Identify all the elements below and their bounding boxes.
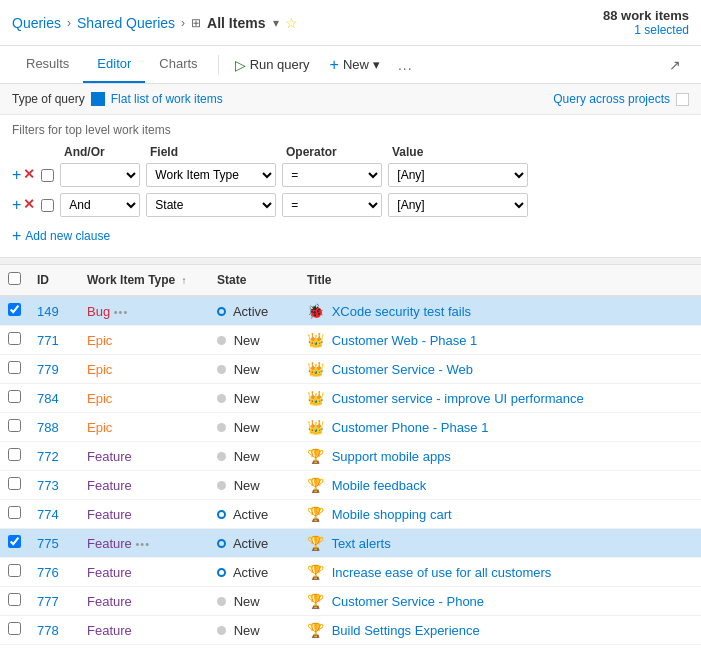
row-id[interactable]: 149 bbox=[29, 296, 79, 326]
row-title-link[interactable]: Customer Web - Phase 1 bbox=[332, 333, 478, 348]
row-id[interactable]: 777 bbox=[29, 587, 79, 616]
filter-row-1-operator-select[interactable]: = bbox=[282, 163, 382, 187]
row-checkbox-cell[interactable] bbox=[0, 413, 29, 442]
more-button[interactable]: ... bbox=[390, 51, 421, 79]
query-across-checkbox[interactable] bbox=[676, 93, 689, 106]
state-indicator bbox=[217, 568, 226, 577]
table-row[interactable]: 779 Epic New 👑 Customer Service - Web bbox=[0, 355, 701, 384]
table-row[interactable]: 777 Feature New 🏆 Customer Service - Pho… bbox=[0, 587, 701, 616]
row-id[interactable]: 774 bbox=[29, 500, 79, 529]
row-type: Epic bbox=[79, 355, 209, 384]
breadcrumb-queries[interactable]: Queries bbox=[12, 15, 61, 31]
tab-results[interactable]: Results bbox=[12, 46, 83, 83]
col-header-state[interactable]: State bbox=[209, 265, 299, 296]
row-checkbox[interactable] bbox=[8, 593, 21, 606]
row-checkbox-cell[interactable] bbox=[0, 384, 29, 413]
filter-row-1-field-select[interactable]: Work Item Type bbox=[146, 163, 276, 187]
favorite-icon[interactable]: ☆ bbox=[285, 15, 298, 31]
table-row[interactable]: 776 Feature Active 🏆 Increase ease of us… bbox=[0, 558, 701, 587]
table-row[interactable]: 772 Feature New 🏆 Support mobile apps bbox=[0, 442, 701, 471]
table-row[interactable]: 788 Epic New 👑 Customer Phone - Phase 1 bbox=[0, 413, 701, 442]
chevron-down-icon[interactable]: ▾ bbox=[273, 16, 279, 30]
table-row[interactable]: 773 Feature New 🏆 Mobile feedback bbox=[0, 471, 701, 500]
flat-list-link[interactable]: Flat list of work items bbox=[111, 92, 223, 106]
row-id[interactable]: 775 bbox=[29, 529, 79, 558]
row-checkbox-cell[interactable] bbox=[0, 296, 29, 326]
filter-row-1-remove[interactable]: ✕ bbox=[23, 167, 35, 183]
tab-editor[interactable]: Editor bbox=[83, 46, 145, 83]
breadcrumb-shared-queries[interactable]: Shared Queries bbox=[77, 15, 175, 31]
row-title-link[interactable]: Mobile feedback bbox=[332, 478, 427, 493]
tab-charts[interactable]: Charts bbox=[145, 46, 211, 83]
row-title-link[interactable]: Customer Phone - Phase 1 bbox=[332, 420, 489, 435]
row-id[interactable]: 772 bbox=[29, 442, 79, 471]
table-row[interactable]: 775 Feature ••• Active 🏆 Text alerts bbox=[0, 529, 701, 558]
filter-row-2-field-select[interactable]: State bbox=[146, 193, 276, 217]
row-title-link[interactable]: Build Settings Experience bbox=[332, 623, 480, 638]
filter-row-1-andor-select[interactable] bbox=[60, 163, 140, 187]
row-more-options[interactable]: ••• bbox=[135, 538, 150, 550]
row-checkbox[interactable] bbox=[8, 332, 21, 345]
expand-button[interactable]: ↗ bbox=[661, 51, 689, 79]
filter-row-2-andor-select[interactable]: And bbox=[60, 193, 140, 217]
row-checkbox-cell[interactable] bbox=[0, 529, 29, 558]
row-id[interactable]: 771 bbox=[29, 326, 79, 355]
row-checkbox-cell[interactable] bbox=[0, 442, 29, 471]
row-id[interactable]: 784 bbox=[29, 384, 79, 413]
row-title-link[interactable]: XCode security test fails bbox=[332, 304, 471, 319]
row-title-link[interactable]: Mobile shopping cart bbox=[332, 507, 452, 522]
filter-row-2-value-select[interactable]: [Any] bbox=[388, 193, 528, 217]
table-row[interactable]: 149 Bug ••• Active 🐞 XCode security test… bbox=[0, 296, 701, 326]
run-query-button[interactable]: ▷ Run query bbox=[225, 51, 320, 79]
row-checkbox-cell[interactable] bbox=[0, 558, 29, 587]
row-checkbox[interactable] bbox=[8, 419, 21, 432]
select-all-checkbox[interactable] bbox=[8, 272, 21, 285]
table-row[interactable]: 771 Epic New 👑 Customer Web - Phase 1 bbox=[0, 326, 701, 355]
col-header-work-item-type[interactable]: Work Item Type ↑ bbox=[79, 265, 209, 296]
row-checkbox[interactable] bbox=[8, 390, 21, 403]
row-checkbox-cell[interactable] bbox=[0, 500, 29, 529]
row-checkbox[interactable] bbox=[8, 622, 21, 635]
row-checkbox[interactable] bbox=[8, 361, 21, 374]
row-checkbox[interactable] bbox=[8, 477, 21, 490]
row-checkbox[interactable] bbox=[8, 564, 21, 577]
row-checkbox[interactable] bbox=[8, 535, 21, 548]
row-checkbox-cell[interactable] bbox=[0, 355, 29, 384]
add-clause-button[interactable]: + Add new clause bbox=[12, 223, 689, 253]
col-header-title[interactable]: Title bbox=[299, 265, 701, 296]
row-more-options[interactable]: ••• bbox=[114, 306, 129, 318]
row-checkbox[interactable] bbox=[8, 303, 21, 316]
table-row[interactable]: 784 Epic New 👑 Customer service - improv… bbox=[0, 384, 701, 413]
row-checkbox[interactable] bbox=[8, 506, 21, 519]
row-checkbox-cell[interactable] bbox=[0, 471, 29, 500]
filter-row-1-checkbox[interactable] bbox=[41, 169, 54, 182]
filter-row-2-operator-select[interactable]: = bbox=[282, 193, 382, 217]
query-across[interactable]: Query across projects bbox=[553, 92, 689, 106]
row-title-link[interactable]: Customer Service - Web bbox=[332, 362, 473, 377]
row-title-link[interactable]: Support mobile apps bbox=[332, 449, 451, 464]
filter-row-2-checkbox[interactable] bbox=[41, 199, 54, 212]
new-button[interactable]: + New ▾ bbox=[320, 50, 390, 80]
filter-row-1-add[interactable]: + bbox=[12, 167, 21, 183]
filter-row-2-add[interactable]: + bbox=[12, 197, 21, 213]
results-table-wrapper[interactable]: ID Work Item Type ↑ State Title 149 Bug … bbox=[0, 265, 701, 645]
col-header-checkbox[interactable] bbox=[0, 265, 29, 296]
row-title-link[interactable]: Text alerts bbox=[331, 536, 390, 551]
row-id[interactable]: 779 bbox=[29, 355, 79, 384]
row-checkbox-cell[interactable] bbox=[0, 326, 29, 355]
filter-row-2-remove[interactable]: ✕ bbox=[23, 197, 35, 213]
row-id[interactable]: 776 bbox=[29, 558, 79, 587]
row-checkbox[interactable] bbox=[8, 448, 21, 461]
row-id[interactable]: 773 bbox=[29, 471, 79, 500]
row-title-link[interactable]: Customer service - improve UI performanc… bbox=[332, 391, 584, 406]
table-row[interactable]: 774 Feature Active 🏆 Mobile shopping car… bbox=[0, 500, 701, 529]
row-title-link[interactable]: Customer Service - Phone bbox=[332, 594, 484, 609]
filter-row-1-value-select[interactable]: [Any] bbox=[388, 163, 528, 187]
row-checkbox-cell[interactable] bbox=[0, 616, 29, 645]
col-header-id[interactable]: ID bbox=[29, 265, 79, 296]
row-id[interactable]: 788 bbox=[29, 413, 79, 442]
row-title-link[interactable]: Increase ease of use for all customers bbox=[332, 565, 552, 580]
row-checkbox-cell[interactable] bbox=[0, 587, 29, 616]
row-id[interactable]: 778 bbox=[29, 616, 79, 645]
table-row[interactable]: 778 Feature New 🏆 Build Settings Experie… bbox=[0, 616, 701, 645]
